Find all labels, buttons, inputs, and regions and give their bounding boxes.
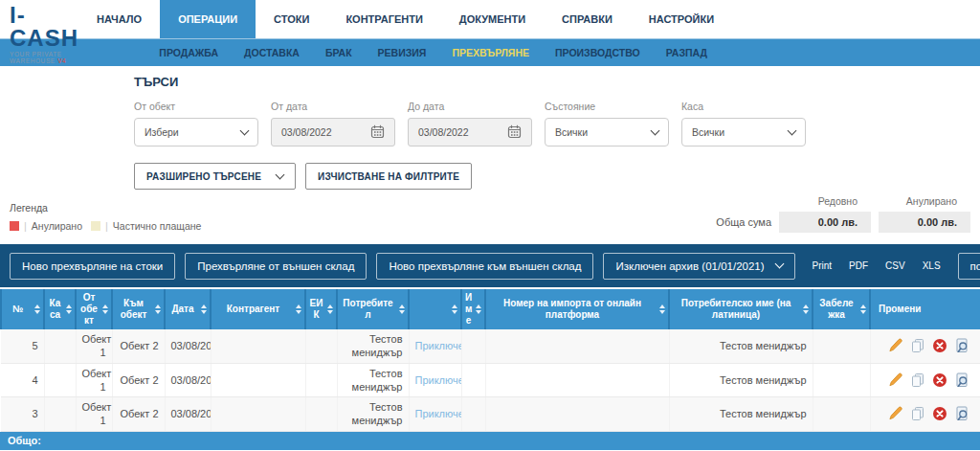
main-nav: НАЧАЛО ОПЕРАЦИИ СТОКИ КОНТРАГЕНТИ ДОКУМЕ…	[78, 0, 732, 38]
export-link[interactable]: CSV	[885, 260, 905, 271]
sort-icon[interactable]	[34, 304, 40, 314]
cell-note	[813, 363, 870, 397]
column-header[interactable]: Каса	[44, 289, 76, 329]
chevron-down-icon	[651, 125, 660, 135]
legend-item-label: Частично плащане	[113, 220, 202, 232]
subnav-item[interactable]: ДОСТАВКА	[244, 47, 300, 58]
sort-icon[interactable]	[296, 304, 301, 314]
sort-icon[interactable]	[155, 304, 161, 314]
preview-icon[interactable]	[954, 372, 969, 388]
transfer-action-button[interactable]: Ново прехвърляне на стоки	[10, 253, 175, 280]
filter-value: 03/08/2022	[418, 126, 469, 138]
cell-from-object: Обект 1	[76, 329, 112, 363]
column-header[interactable]: Промени	[870, 289, 980, 329]
cell-contragent	[211, 397, 305, 432]
logo-version: V4	[57, 57, 66, 64]
cell-status: Приключени	[409, 397, 461, 432]
sort-icon[interactable]	[399, 304, 405, 314]
nav-item[interactable]: НАЧАЛО	[78, 0, 160, 38]
logo: I-CASH YOUR PRIVATE WAREHOUSE V4	[0, 0, 78, 38]
column-header[interactable]: Дата	[165, 289, 211, 329]
toggle-columns-button[interactable]: покажи/скрий колона	[958, 253, 980, 280]
logo-text: I-CASH	[10, 4, 78, 50]
cell-latin-user: Тестов мениджър	[669, 329, 813, 363]
nav-item[interactable]: ДОКУМЕНТИ	[441, 0, 544, 38]
column-header[interactable]: Име	[461, 289, 485, 329]
sort-icon[interactable]	[452, 304, 457, 314]
column-header[interactable]: Потребител	[337, 289, 409, 329]
transfer-action-button[interactable]: Прехвърляне от външен склад	[185, 253, 367, 280]
advanced-search-button[interactable]: РАЗШИРЕНО ТЪРСЕНЕ	[134, 163, 296, 190]
column-header[interactable]: №	[1, 289, 44, 329]
cell-latin-user: Тестов мениджър	[669, 397, 813, 432]
cell-from-object: Обект 1	[76, 363, 112, 397]
copy-icon[interactable]	[910, 372, 925, 388]
filter-control[interactable]: Избери	[134, 118, 258, 147]
delete-icon[interactable]	[932, 338, 947, 353]
search-title: ТЪРСИ	[134, 75, 980, 89]
subnav-item[interactable]: ПРЕХВЪРЛЯНЕ	[452, 47, 529, 58]
status-link[interactable]: Приключени	[415, 340, 462, 351]
nav-item[interactable]: ОПЕРАЦИИ	[160, 0, 256, 38]
status-link[interactable]: Приключени	[415, 408, 462, 419]
edit-icon[interactable]	[888, 406, 903, 421]
subnav-item[interactable]: ПРОДАЖБА	[159, 47, 218, 58]
subnav-item[interactable]: РЕВИЗИЯ	[378, 47, 427, 58]
preview-icon[interactable]	[954, 338, 969, 353]
delete-icon[interactable]	[932, 406, 947, 421]
cell-latin-user: Тестов мениджър	[669, 363, 813, 397]
copy-icon[interactable]	[910, 406, 925, 421]
cell-kasa	[44, 363, 76, 397]
filter-control[interactable]: 03/08/2022	[271, 118, 395, 147]
clear-filters-button[interactable]: ИЗЧИСТВАНЕ НА ФИЛТРИТЕ	[305, 163, 472, 190]
column-header[interactable]: От обект	[76, 289, 112, 329]
sort-icon[interactable]	[201, 304, 207, 314]
total-column: Анулирано 0.00 лв.	[879, 195, 970, 233]
sort-icon[interactable]	[860, 304, 866, 314]
nav-item[interactable]: СТОКИ	[256, 0, 327, 38]
sort-icon[interactable]	[803, 304, 809, 314]
sort-icon[interactable]	[327, 304, 333, 314]
column-header[interactable]: Към обект	[112, 289, 165, 329]
filter-control[interactable]: 03/08/2022	[408, 118, 532, 147]
column-header[interactable]: Потребителско име (на латиница)	[669, 289, 813, 329]
nav-item[interactable]: НАСТРОЙКИ	[631, 0, 732, 38]
export-link[interactable]: XLS	[923, 260, 941, 271]
nav-item[interactable]: СПРАВКИ	[544, 0, 631, 38]
subnav-item[interactable]: РАЗПАД	[666, 47, 707, 58]
archive-select[interactable]: Изключен архив (01/01/2021)	[603, 253, 794, 280]
filter-control[interactable]: Всички	[545, 118, 669, 147]
export-link[interactable]: Print	[813, 260, 833, 271]
totals-label: Обща сума	[716, 216, 771, 228]
operations-sub-nav: ПРОДАЖБА ДОСТАВКА БРАК РЕВИЗИЯ ПРЕХВЪРЛЯ…	[0, 38, 980, 66]
subnav-item[interactable]: БРАК	[325, 47, 352, 58]
column-header[interactable]	[409, 289, 461, 329]
column-header[interactable]: Номер на импорта от онлайн платформа	[485, 289, 669, 329]
legend-item: | Анулирано	[10, 220, 82, 232]
subnav-item[interactable]: ПРОИЗВОДСТВО	[555, 47, 640, 58]
nav-item[interactable]: КОНТРАГЕНТИ	[327, 0, 440, 38]
transfer-action-button[interactable]: Ново прехвърляне към външен склад	[376, 253, 593, 280]
sort-icon[interactable]	[102, 304, 108, 314]
filter-control[interactable]: Всички	[681, 118, 806, 147]
column-header[interactable]: Забележка	[813, 289, 870, 329]
cell-contragent	[211, 329, 305, 363]
preview-icon[interactable]	[954, 406, 969, 421]
copy-icon[interactable]	[910, 338, 925, 353]
calendar-icon[interactable]	[370, 124, 385, 141]
delete-icon[interactable]	[932, 372, 947, 388]
edit-icon[interactable]	[888, 338, 903, 353]
status-link[interactable]: Приключени	[415, 374, 462, 386]
cell-import-number	[485, 397, 669, 432]
calendar-icon[interactable]	[507, 124, 522, 141]
sort-icon[interactable]	[476, 304, 481, 314]
edit-icon[interactable]	[888, 372, 903, 388]
table-row: 3 Обект 1 Обект 2 03/08/2022 Тестов мени…	[1, 397, 980, 432]
cell-number: 5	[1, 329, 44, 363]
total-column-header: Редовно	[779, 195, 871, 207]
export-link[interactable]: PDF	[849, 260, 868, 271]
column-header[interactable]: ЕИК	[305, 289, 337, 329]
sort-icon[interactable]	[66, 304, 72, 314]
column-header[interactable]: Контрагент	[211, 289, 305, 329]
sort-icon[interactable]	[659, 304, 665, 314]
